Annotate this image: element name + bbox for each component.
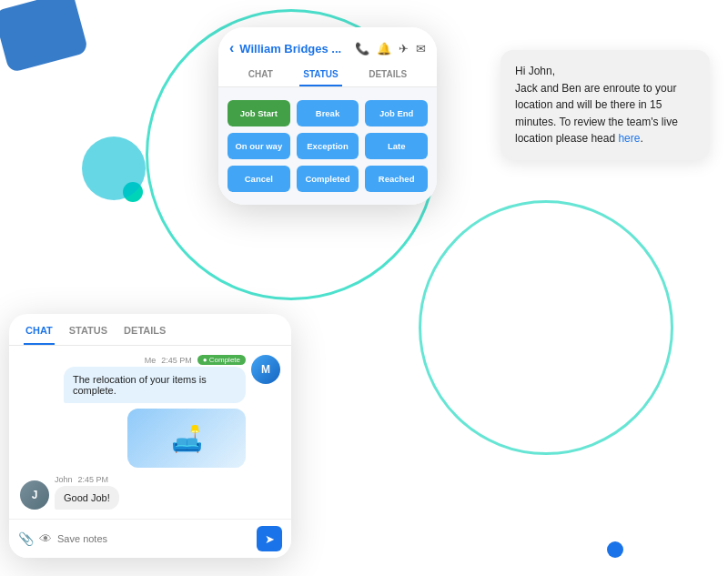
phone-nav-icon[interactable]: ✈ [399,42,409,56]
phone-contact-name: William Bridges ... [239,42,349,56]
status-btn-job-end[interactable]: Job End [365,100,428,126]
status-btn-on-our-way[interactable]: On our way [228,133,290,159]
john-name-row: John 2:45 PM [55,475,119,484]
phone-tabs: CHAT STATUS DETAILS [229,64,426,86]
status-grid: Job Start Break Job End On our way Excep… [228,100,428,192]
eye-icon[interactable]: 👁 [39,531,52,546]
phone-title-row: ‹ William Bridges ... 📞 🔔 ✈ ✉ [229,40,426,56]
deco-blue-dot [607,541,623,558]
chat-tab-chat[interactable]: CHAT [24,325,55,345]
phone-bell-icon[interactable]: 🔔 [377,42,391,56]
deco-blue-shape [0,0,89,73]
phone-card: ‹ William Bridges ... 📞 🔔 ✈ ✉ CHAT STATU… [218,27,437,205]
avatar-john: J [20,480,49,510]
chat-tab-status[interactable]: STATUS [67,325,109,345]
phone-status-body: Job Start Break Job End On our way Excep… [218,87,437,205]
status-btn-cancel[interactable]: Cancel [228,166,290,192]
status-btn-late[interactable]: Late [365,133,428,159]
chat-input-field[interactable] [57,533,251,544]
deco-teal-dot [123,182,143,202]
phone-mail-icon[interactable]: ✉ [416,42,426,56]
chat-time-me: 2:45 PM [161,356,192,365]
msg-bubble-greeting: Hi John, [515,65,555,77]
chat-send-button[interactable]: ➤ [257,526,282,551]
chat-msg-meta-me: Me 2:45 PM ● Complete The relocation of … [64,355,246,468]
status-btn-reached[interactable]: Reached [365,166,428,192]
chat-footer: 📎 👁 ➤ [9,519,291,558]
status-btn-job-start[interactable]: Job Start [228,100,290,126]
chat-bubble-me-text: The relocation of your items is complete… [64,367,246,403]
chat-time-john: 2:45 PM [78,475,109,484]
avatar-me: M [251,355,280,384]
msg-bubble-period: . [640,132,642,145]
status-btn-break[interactable]: Break [297,100,359,126]
phone-back-button[interactable]: ‹ [229,40,234,56]
msg-bubble-body: Jack and Ben are enroute to your locatio… [515,82,678,146]
message-bubble: Hi John, Jack and Ben are enroute to you… [500,50,710,160]
moving-image [127,409,246,468]
chat-msg-info-me: Me 2:45 PM ● Complete [145,355,246,365]
phone-tab-details[interactable]: DETAILS [365,64,410,86]
chat-message-me: Me 2:45 PM ● Complete The relocation of … [20,355,280,468]
chat-bubble-me-image [127,409,246,468]
phone-tab-chat[interactable]: CHAT [245,64,277,86]
chat-sender-john: John [55,475,73,484]
deco-cyan-blob [82,136,146,200]
chat-bubble-john: Good Job! [55,486,119,510]
msg-bubble-link[interactable]: here [618,132,640,145]
status-btn-exception[interactable]: Exception [297,133,359,159]
chat-status-badge-complete: ● Complete [197,355,246,365]
chat-tab-details[interactable]: DETAILS [122,325,167,345]
status-btn-completed[interactable]: Completed [297,166,359,192]
phone-tab-status[interactable]: STATUS [299,64,342,86]
john-info: John 2:45 PM Good Job! [55,475,119,510]
chat-card: CHAT STATUS DETAILS Me 2:45 PM ● Complet… [9,314,291,558]
phone-call-icon[interactable]: 📞 [355,42,369,56]
chat-body: Me 2:45 PM ● Complete The relocation of … [9,346,291,519]
deco-circle-teal-right [419,200,673,455]
chat-sender-me: Me [145,356,157,365]
attachment-icon[interactable]: 📎 [18,531,34,546]
chat-header: CHAT STATUS DETAILS [9,314,291,346]
phone-header: ‹ William Bridges ... 📞 🔔 ✈ ✉ CHAT STATU… [218,27,437,87]
chat-message-john: J John 2:45 PM Good Job! [20,475,280,510]
phone-action-icons: 📞 🔔 ✈ ✉ [355,42,426,56]
